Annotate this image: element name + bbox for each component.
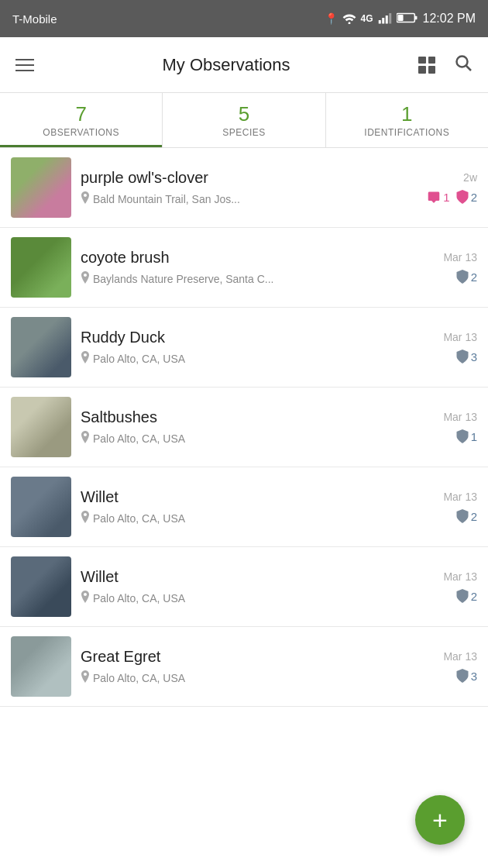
list-item[interactable]: Great Egret Palo Alto, CA, USA Mar 13 3 xyxy=(0,627,488,707)
observations-count: 7 xyxy=(75,104,86,124)
wifi-icon xyxy=(342,12,356,26)
observation-badges: 2 xyxy=(456,509,477,523)
observation-name: Willet xyxy=(81,568,414,586)
observation-name: Willet xyxy=(81,488,414,506)
observations-list: purple owl's-clover Bald Mountain Trail,… xyxy=(0,148,488,707)
svg-rect-2 xyxy=(382,18,384,24)
observation-name: coyote brush xyxy=(81,249,414,267)
observation-meta: Mar 13 3 xyxy=(423,331,477,363)
species-count: 5 xyxy=(239,104,249,124)
observation-thumbnail xyxy=(11,477,71,537)
observation-thumbnail xyxy=(11,237,71,298)
location-text: Palo Alto, CA, USA xyxy=(93,432,185,445)
observation-name: purple owl's-clover xyxy=(81,169,414,187)
observation-thumbnail xyxy=(11,636,71,697)
tab-identifications[interactable]: 1 IDENTIFICATIONS xyxy=(326,93,488,147)
observation-location: Palo Alto, CA, USA xyxy=(81,351,414,366)
tabs-container: 7 OBSERVATIONS 5 SPECIES 1 IDENTIFICATIO… xyxy=(0,93,488,148)
observation-date: Mar 13 xyxy=(443,650,477,663)
list-item[interactable]: Willet Palo Alto, CA, USA Mar 13 2 xyxy=(0,547,488,627)
list-item[interactable]: coyote brush Baylands Nature Preserve, S… xyxy=(0,228,488,308)
list-item[interactable]: Saltbushes Palo Alto, CA, USA Mar 13 1 xyxy=(0,388,488,467)
id-badge: 2 xyxy=(456,589,477,603)
observation-thumbnail xyxy=(11,556,71,617)
observation-meta: Mar 13 2 xyxy=(423,491,477,523)
location-text: Palo Alto, CA, USA xyxy=(93,592,185,604)
location-text: Bald Mountain Trail, San Jos... xyxy=(93,193,240,205)
svg-rect-6 xyxy=(414,16,417,19)
observation-badges: 2 xyxy=(456,270,477,284)
tab-observations[interactable]: 7 OBSERVATIONS xyxy=(0,93,163,147)
observation-location: Palo Alto, CA, USA xyxy=(81,431,414,446)
location-text: Palo Alto, CA, USA xyxy=(93,672,185,684)
svg-rect-7 xyxy=(397,15,403,21)
status-bar-right: 📍 4G 12:02 PM xyxy=(325,12,476,26)
observation-content: Willet Palo Alto, CA, USA xyxy=(71,568,423,605)
observation-date: Mar 13 xyxy=(443,251,477,264)
observation-location: Palo Alto, CA, USA xyxy=(81,670,414,685)
svg-rect-4 xyxy=(389,13,391,24)
location-pin-icon xyxy=(81,591,90,605)
observation-name: Great Egret xyxy=(81,648,414,666)
observation-badges: 1 xyxy=(456,429,477,443)
observation-badges: 3 xyxy=(456,669,477,683)
id-badge: 2 xyxy=(456,270,477,284)
observation-thumbnail xyxy=(11,157,71,218)
observation-location: Palo Alto, CA, USA xyxy=(81,591,414,605)
observation-date: 2w xyxy=(463,171,477,184)
app-bar: My Observations xyxy=(0,37,488,93)
location-pin-icon xyxy=(81,431,90,446)
observation-location: Palo Alto, CA, USA xyxy=(81,511,414,525)
id-badge: 2 xyxy=(456,509,477,523)
list-item[interactable]: Ruddy Duck Palo Alto, CA, USA Mar 13 3 xyxy=(0,308,488,388)
location-icon: 📍 xyxy=(325,12,338,25)
observation-date: Mar 13 xyxy=(443,331,477,343)
observation-content: Great Egret Palo Alto, CA, USA xyxy=(71,648,423,685)
observation-content: coyote brush Baylands Nature Preserve, S… xyxy=(71,249,423,286)
status-bar: T-Mobile 📍 4G 12:02 PM xyxy=(0,0,488,37)
grid-icon xyxy=(418,57,435,74)
location-text: Palo Alto, CA, USA xyxy=(93,353,185,365)
battery-label xyxy=(397,12,418,26)
observation-date: Mar 13 xyxy=(443,570,477,583)
search-button[interactable] xyxy=(451,50,476,80)
observation-badges: 3 xyxy=(456,350,477,363)
list-item[interactable]: purple owl's-clover Bald Mountain Trail,… xyxy=(0,148,488,228)
menu-button[interactable] xyxy=(12,56,37,74)
id-badge: 2 xyxy=(456,190,477,204)
add-observation-button[interactable]: + xyxy=(415,795,465,845)
location-text: Baylands Nature Preserve, Santa C... xyxy=(93,273,273,285)
observation-meta: Mar 13 2 xyxy=(423,251,477,284)
identifications-label: IDENTIFICATIONS xyxy=(364,127,449,138)
svg-line-9 xyxy=(466,65,472,71)
svg-rect-3 xyxy=(385,16,387,24)
observation-content: purple owl's-clover Bald Mountain Trail,… xyxy=(71,169,423,206)
observation-name: Saltbushes xyxy=(81,408,414,426)
page-title: My Observations xyxy=(37,55,415,75)
signal-bars-icon xyxy=(378,12,392,26)
observation-badges: 1 2 xyxy=(427,190,477,204)
observation-content: Ruddy Duck Palo Alto, CA, USA xyxy=(71,329,423,366)
observation-thumbnail xyxy=(11,397,71,457)
id-badge: 3 xyxy=(456,350,477,363)
observations-label: OBSERVATIONS xyxy=(43,127,119,138)
observation-meta: Mar 13 2 xyxy=(423,570,477,603)
observation-meta: Mar 13 1 xyxy=(423,411,477,443)
id-badge: 3 xyxy=(456,669,477,683)
observation-name: Ruddy Duck xyxy=(81,329,414,346)
grid-view-button[interactable] xyxy=(415,53,438,77)
id-badge: 1 xyxy=(456,429,477,443)
observation-meta: 2w 1 2 xyxy=(423,171,477,204)
tab-species[interactable]: 5 SPECIES xyxy=(163,93,325,147)
observation-location: Bald Mountain Trail, San Jos... xyxy=(81,191,414,206)
observation-date: Mar 13 xyxy=(443,491,477,503)
observation-badges: 2 xyxy=(456,589,477,603)
list-item[interactable]: Willet Palo Alto, CA, USA Mar 13 2 xyxy=(0,467,488,547)
carrier-label: T-Mobile xyxy=(12,12,57,26)
svg-point-0 xyxy=(348,22,350,24)
svg-rect-1 xyxy=(378,20,380,24)
search-icon xyxy=(454,57,473,76)
location-pin-icon xyxy=(81,191,90,206)
location-pin-icon xyxy=(81,670,90,685)
location-text: Palo Alto, CA, USA xyxy=(93,512,185,525)
